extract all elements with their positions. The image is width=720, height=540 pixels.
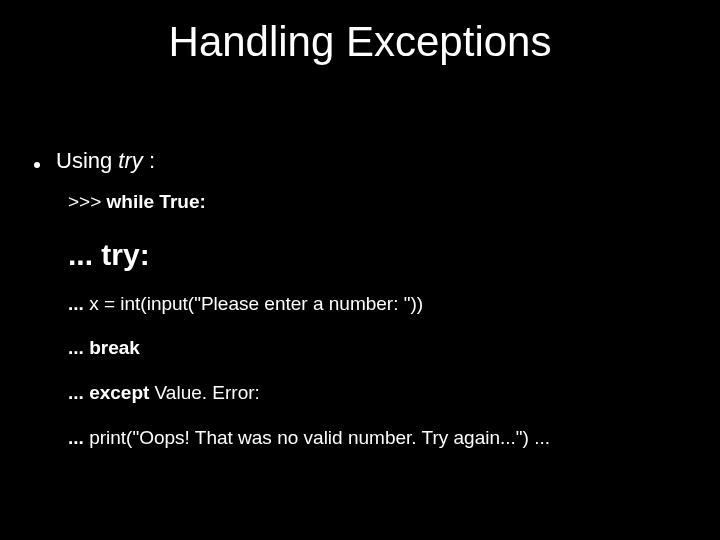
bullet-text: Using try : — [56, 148, 155, 174]
bullet-prefix: Using — [56, 148, 118, 173]
slide-body: Using try : >>> while True: ... try: ...… — [28, 148, 692, 470]
code-line-6: ... print("Oops! That was no valid numbe… — [68, 426, 692, 451]
repl-cont-prompt: ... — [68, 238, 101, 271]
code-line-3: ... x = int(input("Please enter a number… — [68, 292, 692, 317]
code-text: x = int(input("Please enter a number: ")… — [89, 293, 423, 314]
repl-cont-prompt: ... — [68, 382, 89, 403]
code-line-1: >>> while True: — [68, 190, 692, 215]
bullet-dot-icon — [34, 162, 40, 168]
slide: Handling Exceptions Using try : >>> whil… — [0, 0, 720, 540]
code-text: Value. Error: — [155, 382, 260, 403]
code-text: while True: — [107, 191, 206, 212]
repl-cont-prompt: ... — [68, 293, 89, 314]
code-text: try: — [101, 238, 149, 271]
slide-title: Handling Exceptions — [0, 18, 720, 66]
code-line-2: ... try: — [68, 235, 692, 274]
repl-cont-prompt: ... — [68, 337, 89, 358]
code-text: break — [89, 337, 140, 358]
repl-prompt: >>> — [68, 191, 107, 212]
repl-cont-prompt: ... — [68, 427, 89, 448]
bullet-keyword: try — [118, 148, 142, 173]
bullet-item: Using try : — [28, 148, 692, 174]
code-line-4: ... break — [68, 336, 692, 361]
bullet-suffix: : — [143, 148, 155, 173]
code-block: >>> while True: ... try: ... x = int(inp… — [68, 190, 692, 450]
code-line-5: ... except Value. Error: — [68, 381, 692, 406]
code-keyword: except — [89, 382, 154, 403]
code-text: print("Oops! That was no valid number. T… — [89, 427, 550, 448]
